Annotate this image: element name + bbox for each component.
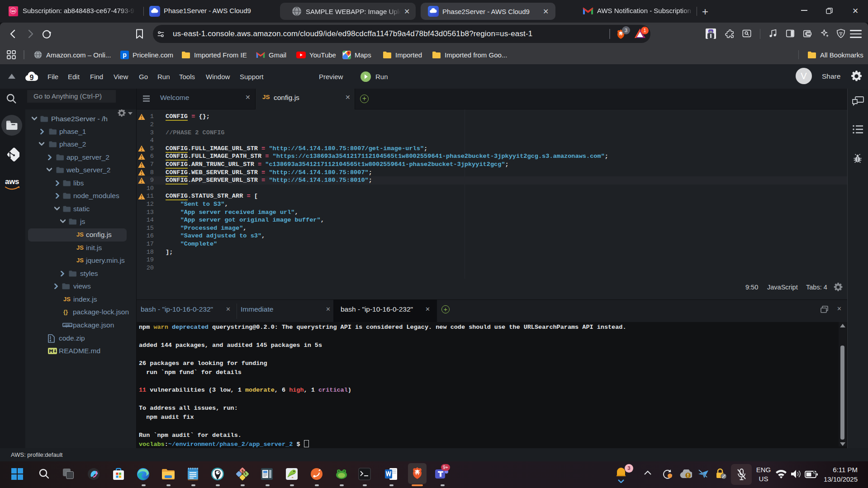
svg-text:!: ! [687, 473, 688, 478]
svg-text:9: 9 [30, 74, 34, 81]
